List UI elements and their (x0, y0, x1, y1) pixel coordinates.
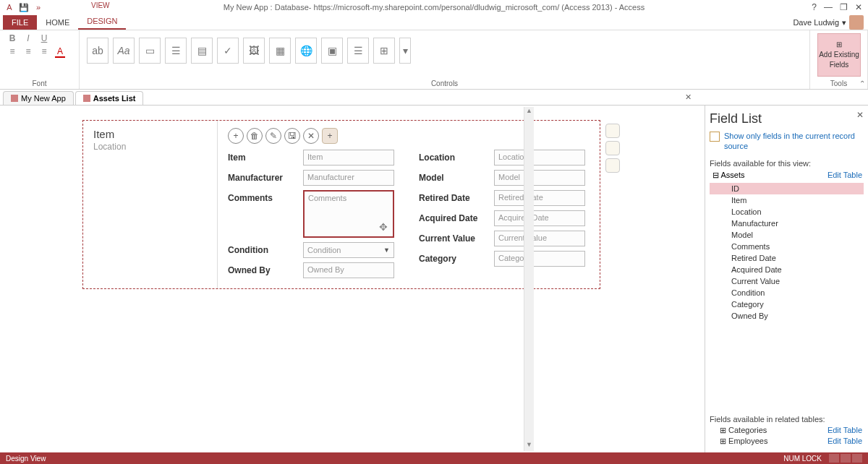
edit-table-link[interactable]: Edit Table (827, 171, 862, 180)
edit-table-link[interactable]: Edit Table (827, 437, 862, 446)
align-left-icon[interactable]: ≡ (7, 46, 17, 58)
align-right-icon[interactable]: ≡ (39, 46, 49, 58)
close-icon[interactable]: ✕ (855, 2, 862, 12)
view-icon[interactable] (841, 454, 851, 463)
design-canvas[interactable]: Item Location + 🗑 ✎ 🖫 ✕ + Item Item (0, 106, 705, 452)
textbox-control-icon[interactable]: ab (87, 38, 109, 64)
field-item[interactable]: Location (710, 206, 864, 218)
related-table-row[interactable]: ⊞ Employees Edit Table (710, 436, 864, 447)
scroll-up-icon[interactable]: ▲ (524, 107, 534, 117)
avatar[interactable] (849, 15, 864, 30)
underline-button[interactable]: U (39, 33, 49, 43)
field-item[interactable]: ID (710, 183, 864, 194)
action-add-button[interactable]: + (228, 128, 244, 144)
action-save-button[interactable]: 🖫 (284, 128, 300, 144)
grid-control-icon[interactable]: ▦ (269, 38, 291, 64)
checkbox-control-icon[interactable]: ✓ (217, 38, 239, 64)
view-switcher[interactable] (829, 454, 862, 463)
close-tab-icon[interactable]: ✕ (685, 93, 692, 102)
tab-design[interactable]: DESIGN (78, 14, 126, 30)
tab-home[interactable]: HOME (37, 15, 78, 30)
controls-more-icon[interactable]: ▾ (399, 38, 411, 64)
input-current-value[interactable]: Current Value (494, 231, 585, 246)
scroll-down-icon[interactable]: ▼ (524, 441, 534, 451)
field-item[interactable]: Manufacturer (710, 218, 864, 229)
add-existing-fields-button[interactable]: ⊞ Add Existing Fields (817, 33, 861, 77)
actions-callout-icon[interactable] (605, 158, 620, 173)
related-table-row[interactable]: ⊞ Categories Edit Table (710, 425, 864, 436)
qat-more-icon[interactable]: » (33, 2, 43, 12)
label-current-value[interactable]: Current Value (419, 231, 490, 244)
action-cancel-button[interactable]: ✕ (303, 128, 319, 144)
label-acquired-date[interactable]: Acquired Date (419, 210, 490, 223)
minimize-icon[interactable]: — (824, 2, 833, 12)
field-item[interactable]: Category (710, 298, 864, 310)
input-condition[interactable]: Condition ▼ (303, 242, 394, 258)
show-only-fields-link[interactable]: Show only fields in the current record s… (710, 131, 864, 152)
input-category[interactable]: Category (494, 251, 585, 267)
close-pane-icon[interactable]: ✕ (856, 110, 864, 120)
label-manufacturer[interactable]: Manufacturer (228, 170, 299, 183)
field-item[interactable]: Acquired Date (710, 264, 864, 275)
collapse-ribbon-icon[interactable]: ⌃ (859, 80, 865, 87)
align-center-icon[interactable]: ≡ (23, 46, 33, 58)
related-control-icon[interactable]: ⊞ (373, 38, 395, 64)
edit-table-link[interactable]: Edit Table (827, 426, 862, 435)
label-owned-by[interactable]: Owned By (228, 262, 299, 275)
restore-icon[interactable]: ❐ (840, 2, 848, 12)
bold-button[interactable]: B (7, 33, 17, 43)
field-item[interactable]: Model (710, 229, 864, 241)
action-edit-button[interactable]: ✎ (265, 128, 281, 144)
formatting-callout-icon[interactable] (605, 141, 620, 155)
label-item[interactable]: Item (228, 150, 299, 163)
combo-control-icon[interactable]: ☰ (165, 38, 187, 64)
field-item[interactable]: Condition (710, 287, 864, 298)
input-owned-by[interactable]: Owned By (303, 262, 394, 278)
action-delete-button[interactable]: 🗑 (247, 128, 263, 144)
hyperlink-control-icon[interactable]: 🌐 (295, 38, 317, 64)
font-color-button[interactable]: A (55, 46, 65, 58)
input-location[interactable]: Location (494, 150, 585, 166)
input-model[interactable]: Model (494, 170, 585, 186)
field-item[interactable]: Comments (710, 241, 864, 252)
form-design-surface[interactable]: Item Location + 🗑 ✎ 🖫 ✕ + Item Item (82, 120, 600, 289)
input-manufacturer[interactable]: Manufacturer (303, 170, 394, 186)
label-category[interactable]: Category (419, 251, 490, 264)
input-comments[interactable]: Comments ✥ (303, 190, 394, 238)
field-item[interactable]: Current Value (710, 275, 864, 287)
label-comments[interactable]: Comments (228, 190, 299, 203)
help-icon[interactable]: ? (812, 2, 817, 12)
doc-tab-assets[interactable]: Assets List (75, 91, 144, 105)
expand-table-icon[interactable]: ⊟ Assets (712, 171, 744, 180)
save-icon[interactable]: 💾 (19, 2, 29, 12)
list-control-icon[interactable]: ▤ (191, 38, 213, 64)
move-handle-icon[interactable]: ✥ (377, 220, 390, 233)
form-detail-pane[interactable]: + 🗑 ✎ 🖫 ✕ + Item Item Manufacturer (218, 121, 600, 288)
tab-file[interactable]: FILE (3, 15, 37, 30)
input-retired-date[interactable]: Retired Date (494, 190, 585, 206)
controls-gallery[interactable]: ab Aa ▭ ☰ ▤ ✓ 🖼 ▦ 🌐 ▣ ☰ ⊞ ▾ (87, 33, 802, 64)
label-retired-date[interactable]: Retired Date (419, 190, 490, 203)
form-list-pane[interactable]: Item Location (83, 121, 218, 288)
view-icon[interactable] (829, 454, 839, 463)
subform-control-icon[interactable]: ▣ (321, 38, 343, 64)
label-condition[interactable]: Condition (228, 242, 299, 255)
data-callout-icon[interactable] (605, 124, 620, 138)
doc-tab-app[interactable]: My New App (3, 91, 74, 105)
action-add-custom-button[interactable]: + (322, 128, 338, 144)
label-model[interactable]: Model (419, 170, 490, 183)
image-control-icon[interactable]: 🖼 (243, 38, 265, 64)
field-item[interactable]: Item (710, 194, 864, 206)
field-item[interactable]: Owned By (710, 310, 864, 322)
vertical-scrollbar[interactable]: ▲ ▼ (524, 107, 534, 451)
italic-button[interactable]: I (23, 33, 33, 43)
field-item[interactable]: Retired Date (710, 252, 864, 264)
label-location[interactable]: Location (419, 150, 490, 163)
input-item[interactable]: Item (303, 150, 394, 166)
input-acquired-date[interactable]: Acquired Date (494, 210, 585, 226)
label-control-icon[interactable]: Aa (113, 38, 135, 64)
view-icon[interactable] (852, 454, 862, 463)
user-menu[interactable]: Dave Ludwig ▾ (793, 15, 868, 30)
multiline-control-icon[interactable]: ☰ (347, 38, 369, 64)
button-control-icon[interactable]: ▭ (139, 38, 161, 64)
